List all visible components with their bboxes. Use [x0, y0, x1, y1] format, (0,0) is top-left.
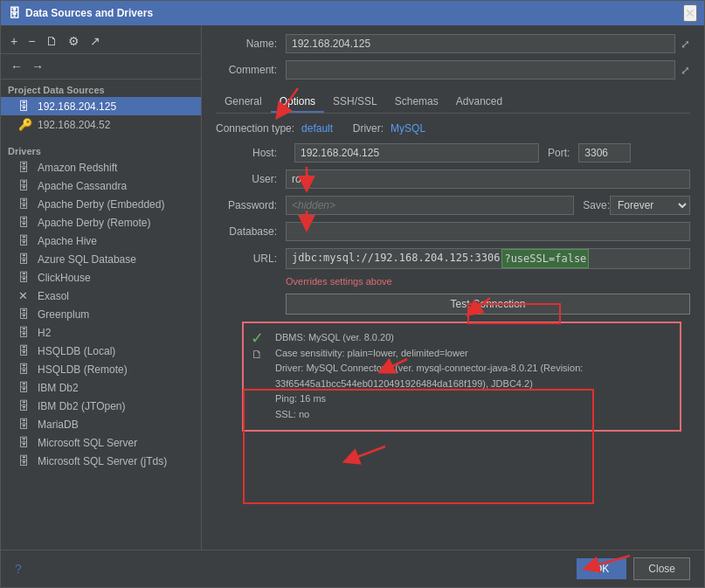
drivers-section: Drivers 🗄 Amazon Redshift 🗄 Apache Cassa…	[1, 141, 201, 470]
driver-clickhouse[interactable]: 🗄 ClickHouse	[1, 268, 201, 287]
driver-greenplum[interactable]: 🗄 Greenplum	[1, 305, 201, 323]
driver-label-10: HSQLDB (Local)	[38, 345, 115, 357]
user-row: User:	[216, 169, 690, 189]
driver-mssql-jtds[interactable]: 🗄 Microsoft SQL Server (jTds)	[1, 452, 201, 470]
driver-ibm-db2[interactable]: 🗄 IBM Db2	[1, 378, 201, 397]
result-box: ✓ 🗋 DBMS: MySQL (ver. 8.0.20) Case sensi…	[242, 322, 681, 432]
forward-button[interactable]: →	[29, 58, 46, 75]
expand-comment-icon[interactable]: ⤢	[681, 64, 690, 77]
tab-ssh-ssl[interactable]: SSH/SSL	[324, 92, 386, 113]
user-label: User:	[216, 173, 286, 185]
ok-button[interactable]: OK	[577, 558, 626, 579]
url-highlighted-text: ?useSSL=false	[501, 249, 589, 268]
driver-apache-derby-remote[interactable]: 🗄 Apache Derby (Remote)	[1, 213, 201, 232]
port-label: Port:	[548, 147, 570, 159]
driver-mariadb[interactable]: 🗄 MariaDB	[1, 415, 201, 433]
result-revision-line: 33f65445a1bcc544eb0120491926484da168f199…	[275, 377, 673, 392]
driver-h2[interactable]: 🗄 H2	[1, 323, 201, 342]
close-window-button[interactable]: ✕	[683, 4, 697, 22]
driver-exasol[interactable]: ✕ Exasol	[1, 287, 201, 305]
back-button[interactable]: ←	[8, 58, 25, 75]
comment-input[interactable]	[286, 60, 675, 80]
expand-icon[interactable]: ⤢	[681, 38, 690, 51]
database-input[interactable]	[286, 222, 690, 241]
driver-label-16: Microsoft SQL Server (jTds)	[38, 455, 167, 467]
help-icon[interactable]: ?	[15, 562, 22, 576]
unknown-button[interactable]: ↗	[87, 32, 103, 50]
driver-icon-16: 🗄	[18, 454, 32, 467]
driver-icon-5: 🗄	[18, 252, 32, 266]
driver-label-6: ClickHouse	[38, 272, 91, 284]
driver-apache-derby-embedded[interactable]: 🗄 Apache Derby (Embedded)	[1, 195, 201, 213]
nav-row: ← →	[1, 54, 201, 80]
driver-apache-cassandra[interactable]: 🗄 Apache Cassandra	[1, 176, 201, 195]
result-case-line: Case sensitivity: plain=lower, delimited…	[275, 346, 673, 362]
driver-ibm-db2-jtopen[interactable]: 🗄 IBM Db2 (JTOpen)	[1, 397, 201, 415]
tab-schemas[interactable]: Schemas	[386, 92, 447, 113]
driver-value[interactable]: MySQL	[391, 122, 425, 135]
driver-azure-sql[interactable]: 🗄 Azure SQL Database	[1, 250, 201, 268]
driver-label-15: Microsoft SQL Server	[38, 437, 137, 449]
override-text: Overrides settings above	[286, 276, 690, 287]
driver-icon-10: 🗄	[18, 344, 32, 357]
connection-type-value[interactable]: default	[301, 122, 333, 135]
save-label-text: Save:	[583, 199, 610, 211]
title-bar: 🗄 Data Sources and Drivers ✕	[1, 1, 704, 25]
driver-hsqldb-remote[interactable]: 🗄 HSQLDB (Remote)	[1, 360, 201, 378]
check-icon: ✓	[251, 329, 264, 348]
host-label: Host:	[216, 147, 286, 159]
host-input[interactable]	[294, 143, 539, 163]
add-button[interactable]: +	[8, 32, 20, 50]
test-connection-button[interactable]: Test Connection	[286, 294, 690, 315]
name-row: Name: ⤢	[216, 34, 690, 53]
driver-icon-3: 🗄	[18, 216, 32, 229]
content-area: + − 🗋 ⚙ ↗ ← → Project Data Sources 🗄 192…	[1, 25, 704, 550]
password-row: Password: Save: Forever Until restart Ne…	[216, 196, 690, 215]
driver-hsqldb-local[interactable]: 🗄 HSQLDB (Local)	[1, 342, 201, 360]
copy-button[interactable]: 🗋	[43, 32, 60, 50]
close-button[interactable]: Close	[633, 557, 690, 580]
driver-icon-8: 🗄	[18, 308, 32, 321]
driver-mssql[interactable]: 🗄 Microsoft SQL Server	[1, 433, 201, 452]
driver-icon-4: 🗄	[18, 234, 32, 247]
bottom-bar: ? OK Close	[1, 550, 704, 587]
tab-general[interactable]: General	[216, 92, 271, 113]
driver-label-0: Amazon Redshift	[38, 162, 117, 174]
sidebar-item-192-168-204-52[interactable]: 🔑 192.168.204.52	[1, 115, 201, 134]
driver-amazon-redshift[interactable]: 🗄 Amazon Redshift	[1, 158, 201, 176]
driver-apache-hive[interactable]: 🗄 Apache Hive	[1, 232, 201, 250]
result-content: DBMS: MySQL (ver. 8.0.20) Case sensitivi…	[275, 330, 673, 423]
sidebar-item-label-1: 192.168.204.125	[38, 100, 116, 113]
driver-label-5: Azure SQL Database	[38, 253, 136, 266]
driver-label-8: Greenplum	[38, 308, 89, 321]
driver-label-text: Driver:	[353, 122, 384, 135]
sidebar-item-192-168-204-125[interactable]: 🗄 192.168.204.125	[1, 97, 201, 115]
driver-icon-2: 🗄	[18, 197, 32, 211]
tab-advanced[interactable]: Advanced	[447, 92, 511, 113]
driver-label-12: IBM Db2	[38, 382, 79, 394]
driver-icon-6: 🗄	[18, 271, 32, 284]
driver-label-3: Apache Derby (Remote)	[38, 217, 150, 229]
sidebar: + − 🗋 ⚙ ↗ ← → Project Data Sources 🗄 192…	[1, 25, 202, 550]
host-row: Host: Port:	[216, 143, 690, 163]
driver-label-7: Exasol	[38, 290, 69, 302]
name-input[interactable]	[286, 34, 675, 53]
user-input[interactable]	[286, 169, 690, 189]
driver-icon-13: 🗄	[18, 399, 32, 412]
comment-row: Comment: ⤢	[216, 60, 690, 80]
tab-options[interactable]: Options	[271, 92, 324, 113]
password-input[interactable]	[286, 196, 574, 215]
password-label: Password:	[216, 199, 286, 211]
driver-icon-7: ✕	[18, 289, 32, 302]
settings-button[interactable]: ⚙	[66, 32, 82, 50]
save-select[interactable]: Forever Until restart Never	[610, 196, 690, 215]
window-title: Data Sources and Drivers	[25, 7, 153, 19]
result-dbms-line: DBMS: MySQL (ver. 8.0.20)	[275, 330, 673, 346]
port-input[interactable]	[578, 143, 631, 163]
remove-button[interactable]: −	[25, 32, 38, 50]
database-row: Database:	[216, 222, 690, 241]
connection-type-row: Connection type: default Driver: MySQL	[216, 122, 690, 135]
url-container: jdbc:mysql://192.168.204.125:3306 ?useSS…	[286, 248, 690, 269]
copy-icon[interactable]: 🗋	[252, 348, 263, 361]
main-dialog: 🗄 Data Sources and Drivers ✕ + − 🗋 ⚙ ↗ ←…	[0, 0, 705, 588]
